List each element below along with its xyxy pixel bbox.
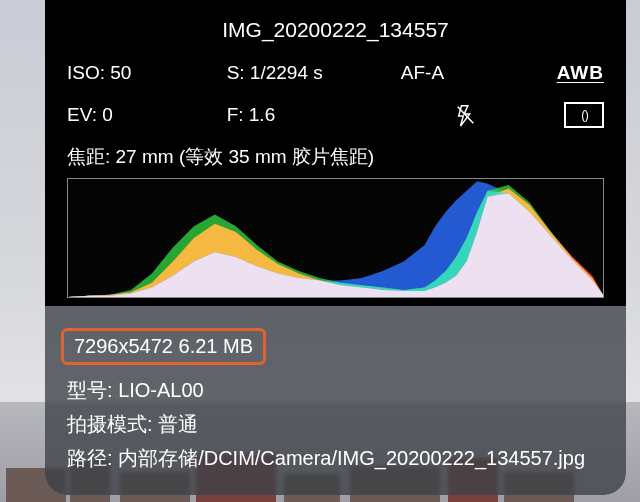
histogram: [67, 178, 604, 298]
file-title: IMG_20200222_134557: [67, 18, 604, 42]
af-mode[interactable]: AF-A: [401, 62, 532, 84]
panel-top-section: IMG_20200222_134557 ISO: 50 S: 1/2294 s …: [45, 0, 626, 306]
iso-value: ISO: 50: [67, 62, 227, 84]
mode-row: 拍摄模式: 普通: [67, 407, 604, 441]
awb-mode[interactable]: AWB: [557, 62, 604, 84]
panel-bottom-section: 7296x5472 6.21 MB 型号: LIO-AL00 拍摄模式: 普通 …: [45, 306, 626, 495]
shutter-value: S: 1/2294 s: [227, 62, 401, 84]
path-value: 内部存储/DCIM/Camera/IMG_20200222_134557.jpg: [118, 447, 585, 469]
info-panel: IMG_20200222_134557 ISO: 50 S: 1/2294 s …: [45, 0, 626, 495]
aperture-value: F: 1.6: [227, 104, 401, 126]
exif-grid: ISO: 50 S: 1/2294 s AF-A AWB EV: 0 F: 1.…: [67, 62, 604, 128]
mode-value: 普通: [158, 413, 198, 435]
metering-mode-icon[interactable]: ( ): [564, 102, 604, 128]
path-row: 路径: 内部存储/DCIM/Camera/IMG_20200222_134557…: [67, 441, 604, 475]
model-row: 型号: LIO-AL00: [67, 373, 604, 407]
flash-off-icon[interactable]: [455, 103, 477, 127]
resolution-size-highlight: 7296x5472 6.21 MB: [61, 328, 266, 365]
histogram-svg: [68, 179, 603, 297]
model-label: 型号:: [67, 379, 113, 401]
model-value: LIO-AL00: [118, 379, 204, 401]
metering-glyph: ( ): [581, 108, 586, 122]
focal-length: 焦距: 27 mm (等效 35 mm 胶片焦距): [67, 144, 604, 170]
path-label: 路径:: [67, 447, 113, 469]
mode-label: 拍摄模式:: [67, 413, 153, 435]
ev-value: EV: 0: [67, 104, 227, 126]
